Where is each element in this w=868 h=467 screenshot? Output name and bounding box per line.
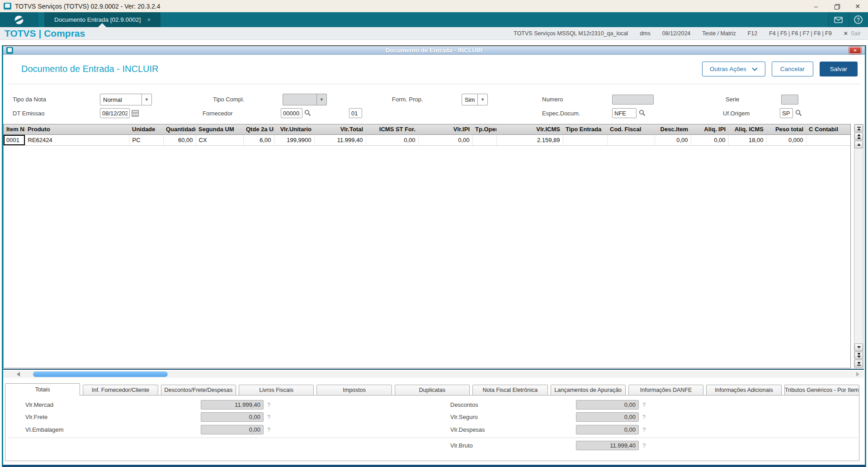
exit-button[interactable]: ✕ Sair — [838, 30, 868, 37]
cell-aliq-icms[interactable]: 18,00 — [728, 134, 766, 145]
grid-horizontal-scrollbar[interactable] — [3, 371, 864, 378]
col-c-contabil[interactable]: C Contabil — [806, 124, 850, 134]
search-icon[interactable] — [303, 109, 311, 117]
cell-cod-fiscal[interactable] — [607, 134, 655, 145]
scroll-left-icon[interactable] — [17, 372, 20, 376]
scroll-bottom-icon[interactable] — [854, 360, 863, 367]
cell-vlr-total[interactable]: 11.999,40 — [314, 134, 366, 145]
cell-quantidade[interactable]: 60,00 — [163, 134, 196, 145]
cell-peso-total[interactable]: 0,000 — [766, 134, 806, 145]
tab-close-icon[interactable]: × — [147, 16, 151, 23]
tab-tributos-genericos-por-item[interactable]: Tributos Genéricos - Por Item — [784, 385, 859, 396]
tab-informacoes-danfe[interactable]: Informações DANFE — [628, 385, 703, 396]
help-question-icon[interactable]: ? — [267, 426, 270, 433]
tab-duplicatas[interactable]: Duplicatas — [395, 385, 470, 396]
serie-field — [781, 95, 798, 105]
scroll-down-icon[interactable] — [854, 343, 863, 351]
loja-field[interactable] — [349, 108, 362, 118]
col-qtde-2a-um[interactable]: Qtde 2a UM — [243, 124, 274, 134]
col-vlr-unitario[interactable]: Vlr.Unitario — [274, 124, 314, 134]
dialog-close-button[interactable]: ✕ — [849, 47, 861, 54]
tab-impostos[interactable]: Impostos — [316, 385, 392, 396]
col-unidade[interactable]: Unidade — [129, 124, 163, 134]
tipo-da-nota-select[interactable]: Normal ▼ — [100, 94, 152, 105]
col-icms-st-for[interactable]: ICMS ST For. — [366, 124, 418, 134]
col-quantidade[interactable]: Quantidade — [163, 124, 196, 134]
restore-icon[interactable] — [826, 0, 847, 12]
cell-tipo-entrada[interactable] — [563, 134, 607, 145]
dt-emissao-field[interactable] — [100, 108, 130, 118]
minimize-icon[interactable]: – — [806, 0, 826, 12]
form-prop-select[interactable]: Sim ▼ — [462, 94, 488, 105]
uf-origem-field[interactable] — [780, 108, 793, 118]
fkeys-shortcuts[interactable]: F4 | F5 | F6 | F7 | F8 | F9 — [763, 30, 838, 37]
col-item-nf[interactable]: Item NF — [4, 124, 25, 134]
tab-lancamentos-de-apuracao[interactable]: Lançamentos de Apuração — [551, 385, 626, 396]
table-row[interactable]: 0001 RE62424 PC 60,00 CX 6,00 199,9900 1… — [4, 134, 850, 145]
help-question-icon[interactable]: ? — [642, 426, 646, 433]
vscroll-track[interactable] — [854, 149, 863, 343]
fornecedor-field[interactable] — [281, 108, 302, 118]
tab-descontos-frete-despesas[interactable]: Descontos/Frete/Despesas — [161, 385, 236, 396]
mail-icon[interactable] — [828, 12, 848, 27]
col-aliq-ipi[interactable]: Aliq. IPI — [691, 124, 728, 134]
tab-inf-fornecedor-cliente[interactable]: Inf. Fornecedor/Cliente — [83, 385, 158, 396]
cell-qtde-2a-um[interactable]: 6,00 — [243, 134, 274, 145]
cancelar-button[interactable]: Cancelar — [772, 62, 813, 76]
col-peso-total[interactable]: Peso total — [766, 124, 806, 134]
scroll-page-up-icon[interactable] — [854, 133, 863, 140]
help-question-icon[interactable]: ? — [642, 401, 646, 408]
tab-documento-entrada[interactable]: Documento Entrada [02.9.0002] × — [44, 12, 160, 27]
col-produto[interactable]: Produto — [25, 124, 129, 134]
scroll-up-icon[interactable] — [854, 141, 863, 148]
scroll-page-down-icon[interactable] — [854, 352, 863, 359]
tab-livros-fiscais[interactable]: Livros Fiscais — [239, 385, 314, 396]
tab-informacoes-adicionais[interactable]: Informações Adicionais — [706, 385, 781, 396]
col-tipo-entrada[interactable]: Tipo Entrada — [563, 124, 607, 134]
outras-acoes-button[interactable]: Outras Ações — [702, 62, 765, 76]
help-question-icon[interactable]: ? — [642, 442, 646, 449]
tab-totais[interactable]: Totais — [5, 383, 80, 396]
close-window-icon[interactable]: ✕ — [847, 0, 868, 12]
col-vlr-icms[interactable]: Vlr.ICMS — [496, 124, 563, 134]
f12-shortcut[interactable]: F12 — [742, 30, 764, 37]
cell-produto[interactable]: RE62424 — [25, 134, 129, 145]
tab-nota-fiscal-eletronica[interactable]: Nota Fiscal Eletrônica — [472, 385, 547, 396]
espec-docum-field[interactable] — [612, 108, 637, 118]
exit-x-icon: ✕ — [844, 30, 848, 37]
cell-aliq-ipi[interactable]: 0,00 — [691, 134, 728, 145]
grid-vertical-scrollbar[interactable] — [854, 124, 863, 368]
help-question-icon[interactable]: ? — [267, 401, 270, 408]
cell-item-nf[interactable]: 0001 — [4, 134, 25, 145]
cell-segunda-um[interactable]: CX — [196, 134, 243, 145]
cell-unidade[interactable]: PC — [129, 134, 163, 145]
grid-header-row: Item NF Produto Unidade Quantidade Segun… — [4, 124, 850, 134]
scroll-top-icon[interactable] — [854, 124, 863, 132]
cell-icms-st-for[interactable]: 0,00 — [366, 134, 418, 145]
calendar-icon[interactable] — [131, 109, 139, 117]
col-aliq-icms[interactable]: Aliq. ICMS — [728, 124, 766, 134]
col-cod-fiscal[interactable]: Cod. Fiscal — [607, 124, 655, 134]
help-question-icon[interactable]: ? — [267, 414, 270, 420]
help-icon[interactable]: ? — [848, 12, 868, 27]
hscroll-thumb[interactable] — [33, 372, 168, 377]
salvar-button[interactable]: Salvar — [820, 62, 858, 76]
totvs-logo-icon[interactable] — [0, 12, 38, 27]
cell-tp-oper[interactable] — [472, 134, 496, 145]
branch-label[interactable]: Teste / Matriz — [696, 30, 741, 37]
col-desc-item[interactable]: Desc.Item — [655, 124, 691, 134]
col-vlr-ipi[interactable]: Vlr.IPI — [418, 124, 472, 134]
col-tp-oper[interactable]: Tp.Oper — [472, 124, 496, 134]
cell-vlr-unitario[interactable]: 199,9900 — [274, 134, 314, 145]
scroll-right-icon[interactable] — [856, 372, 859, 376]
cell-vlr-ipi[interactable]: 0,00 — [418, 134, 472, 145]
help-question-icon[interactable]: ? — [642, 414, 646, 420]
cell-c-contabil[interactable] — [806, 134, 850, 145]
search-icon[interactable] — [794, 109, 802, 117]
col-vlr-total[interactable]: Vlr.Total — [314, 124, 366, 134]
search-icon[interactable] — [638, 109, 646, 117]
col-segunda-um[interactable]: Segunda UM — [196, 124, 243, 134]
help-glyph: ? — [854, 15, 863, 24]
cell-desc-item[interactable]: 0,00 — [655, 134, 691, 145]
cell-vlr-icms[interactable]: 2.159,89 — [496, 134, 563, 145]
